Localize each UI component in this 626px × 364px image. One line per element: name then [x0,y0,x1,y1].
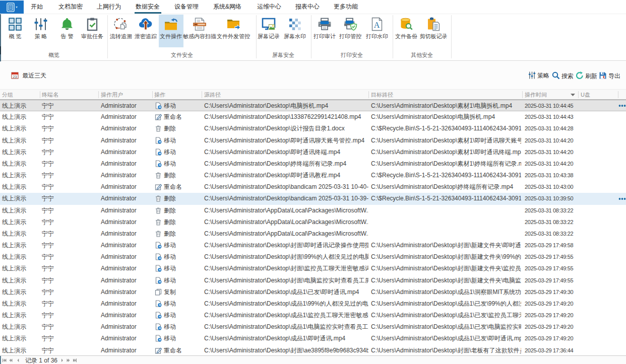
svg-text:23: 23 [13,75,17,79]
svg-text:A: A [374,21,380,29]
